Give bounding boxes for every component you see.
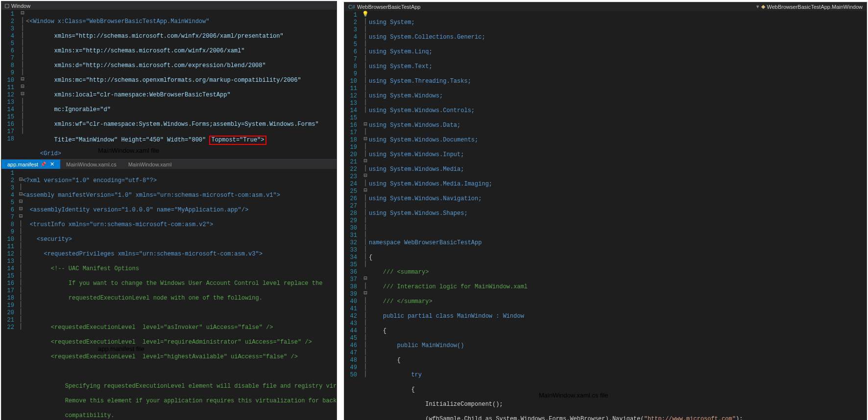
code-text: try (369, 372, 422, 378)
code-text: using System.Windows.Controls; (369, 107, 475, 114)
code-text: ); (736, 416, 743, 420)
code-text: xmlns:local="clr-namespace:WebBrowserBas… (26, 92, 231, 98)
code-text: { (369, 327, 386, 334)
tab-app-manifest[interactable]: app.manifest 📌 ✕ (1, 160, 60, 169)
code-text: Remove this element if your application … (23, 397, 337, 404)
code-text: requestedExecutionLevel node with one of… (23, 295, 263, 302)
code-text: <Window x:Class="WebBrowserBasicTestApp.… (29, 18, 209, 25)
code-text: <requestedExecutionLevel level="requireA… (23, 339, 312, 346)
panel-manifest: app.manifest 📌 ✕ MainWindow.xaml.cs Main… (1, 159, 337, 420)
code-text: xmlns="http://schemas.microsoft.com/winf… (26, 33, 284, 40)
lightbulb-icon[interactable]: 💡 (362, 11, 369, 17)
code-text: namespace WebBrowserBasicTestApp (369, 239, 482, 246)
code-text: xmlns:mc="http://schemas.openxmlformats.… (26, 77, 301, 84)
code-text: using System.Windows.Shapes; (369, 210, 468, 217)
class-icon: ◆ (761, 3, 765, 10)
code-text: InitializeComponent(); (369, 401, 503, 408)
pin-icon[interactable]: 📌 (40, 162, 46, 167)
code-text: using System.Windows.Documents; (369, 137, 478, 143)
code-text: using System.Windows.Input; (369, 151, 464, 158)
manifest-fold[interactable]: ⊟│⊟⊟⊟⊟│││││││││││││││ (19, 169, 23, 420)
cs-gutter: 1234567891011121314151617181920212223242… (344, 11, 362, 420)
xaml-titlebar: ▢ Window (1, 1, 337, 10)
code-text: /// </summary> (369, 298, 433, 305)
code-text: compatibility. (23, 412, 114, 419)
caption-manifest: app.manifest file (98, 345, 145, 352)
tab-label: app.manifest (7, 162, 38, 167)
code-text: <assembly manifestVersion="1.0" xmlns="u… (23, 192, 280, 199)
code-text: Specifying requestedExecutionLevel eleme… (23, 383, 337, 390)
url-link[interactable]: "http://www.microsoft.com" (644, 416, 736, 420)
cs-code[interactable]: using System; using System.Collections.G… (369, 11, 867, 420)
code-text: <requestedPrivileges xmlns="urn:schemas-… (23, 251, 263, 257)
code-text: (wfhSample.Child as System.Windows.Forms… (369, 416, 644, 420)
code-text: mc:Ignorable="d" (26, 106, 111, 113)
csharp-icon: C# (348, 4, 355, 10)
close-icon[interactable]: ✕ (50, 161, 54, 167)
code-text: public partial class MainWindow : Window (369, 313, 524, 320)
caption-xaml: MainWindow.xaml file (98, 147, 159, 154)
code-text: using System.Collections.Generic; (369, 34, 485, 41)
code-text: using System.Windows.Media; (369, 166, 464, 173)
code-text: /// Interaction logic for MainWindow.xam… (369, 283, 528, 290)
window-icon: ▢ (4, 2, 9, 9)
code-text: using System.Linq; (369, 48, 433, 55)
code-text: <?xml version="1.0" encoding="utf-8"?> (23, 177, 157, 184)
dropdown-icon[interactable]: ▾ (756, 3, 759, 10)
code-text: <trustInfo xmlns="urn:schemas-microsoft-… (23, 221, 213, 228)
manifest-editor[interactable]: 12345678910111213141516171819202122 ⊟│⊟⊟… (1, 169, 337, 420)
code-text: xmlns:wf="clr-namespace:System.Windows.F… (26, 121, 319, 128)
code-text: { (369, 357, 401, 364)
code-text: using System.Text; (369, 63, 433, 70)
cs-breadcrumb: C# WebBrowserBasicTestApp ▾ ◆ WebBrowser… (344, 2, 867, 11)
tab-label: MainWindow.xaml.cs (66, 162, 117, 167)
code-text: <!-- UAC Manifest Options (23, 265, 139, 272)
manifest-code[interactable]: <?xml version="1.0" encoding="utf-8"?> <… (23, 169, 337, 420)
code-text: If you want to change the Windows User A… (23, 280, 326, 287)
code-text: <Grid> (26, 150, 61, 157)
caption-cs: MainWindow.xaml.cs file (539, 392, 608, 399)
code-text: Title="MainWindow" Height="450" Width="8… (26, 137, 209, 143)
cs-fold[interactable]: 💡│││││││││││││⊟│⊟││⊟│⊟│⊟││││││││││⊟│⊟│││… (362, 11, 369, 420)
code-text: { (369, 386, 415, 393)
code-text: { (369, 254, 372, 261)
manifest-gutter: 12345678910111213141516171819202122 (1, 169, 19, 420)
code-text: Topmost="True"> (211, 137, 264, 143)
highlight-topmost: Topmost="True"> (209, 136, 266, 145)
crumb-class[interactable]: WebBrowserBasicTestApp.MainWindow (767, 4, 863, 10)
xaml-title: Window (11, 3, 30, 9)
code-text: <requestedExecutionLevel level="highestA… (23, 353, 298, 360)
cs-editor[interactable]: 1234567891011121314151617181920212223242… (344, 11, 867, 420)
code-text: using System.Windows.Media.Imaging; (369, 181, 492, 187)
code-text: using System; (369, 19, 415, 26)
code-text: <assemblyIdentity version="1.0.0.0" name… (23, 207, 248, 213)
tab-mainwindow-xaml[interactable]: MainWindow.xaml (122, 160, 178, 169)
code-text: <requestedExecutionLevel level="asInvoke… (23, 324, 273, 331)
tab-label: MainWindow.xaml (128, 162, 172, 167)
code-text: public MainWindow() (369, 342, 464, 349)
crumb-app[interactable]: WebBrowserBasicTestApp (357, 4, 420, 10)
code-text: /// <summary> (369, 269, 429, 276)
manifest-tabs: app.manifest 📌 ✕ MainWindow.xaml.cs Main… (1, 160, 337, 169)
code-text: xmlns:x="http://schemas.microsoft.com/wi… (26, 47, 244, 54)
code-text: using System.Windows; (369, 93, 443, 99)
code-text: using System.Threading.Tasks; (369, 78, 471, 85)
code-text: using System.Windows.Navigation; (369, 195, 482, 202)
code-text: using System.Windows.Data; (369, 122, 460, 129)
panel-cs: C# WebBrowserBasicTestApp ▾ ◆ WebBrowser… (344, 2, 867, 420)
tab-mainwindow-cs[interactable]: MainWindow.xaml.cs (60, 160, 122, 169)
code-text: <security> (23, 236, 72, 243)
code-text: xmlns:d="http://schemas.microsoft.com/ex… (26, 62, 266, 69)
